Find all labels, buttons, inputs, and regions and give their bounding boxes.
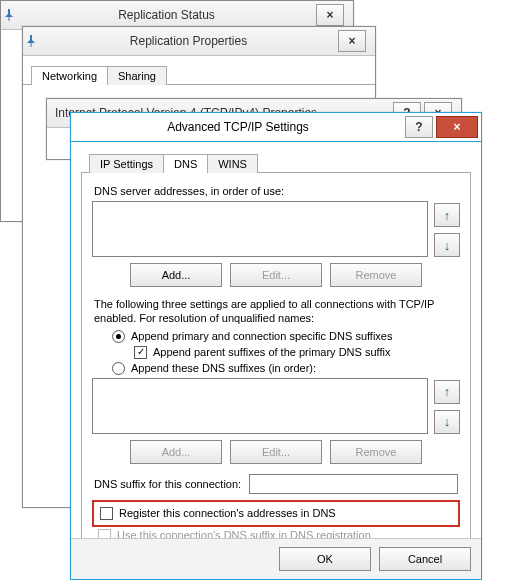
tab-wins[interactable]: WINS [207,154,258,173]
remove-suffix-button[interactable]: Remove [330,440,422,464]
move-up-button[interactable]: ↑ [434,203,460,227]
radio-append-these[interactable]: Append these DNS suffixes (in order): [112,362,460,375]
close-button[interactable]: × [316,4,344,26]
checkbox-register-dns-label: Register this connection's addresses in … [119,507,336,519]
edit-dns-server-button[interactable]: Edit... [230,263,322,287]
ok-button[interactable]: OK [279,547,371,571]
dns-servers-listbox[interactable] [92,201,428,257]
settings-description: The following three settings are applied… [94,297,458,326]
cancel-button[interactable]: Cancel [379,547,471,571]
add-dns-server-button[interactable]: Add... [130,263,222,287]
close-button[interactable]: × [338,30,366,52]
pin-icon[interactable] [23,35,39,47]
dns-servers-label: DNS server addresses, in order of use: [94,185,460,197]
tab-networking[interactable]: Networking [31,66,108,85]
add-suffix-button[interactable]: Add... [130,440,222,464]
move-down-button[interactable]: ↓ [434,233,460,257]
suffix-move-down-button[interactable]: ↓ [434,410,460,434]
highlighted-option: Register this connection's addresses in … [92,500,460,527]
tab-ip-settings[interactable]: IP Settings [89,154,164,173]
window-title: Replication Properties [39,34,338,48]
remove-dns-server-button[interactable]: Remove [330,263,422,287]
pin-icon[interactable] [1,9,17,21]
checkbox-append-parent-label: Append parent suffixes of the primary DN… [153,346,390,358]
window-title: Replication Status [17,8,316,22]
tab-sharing[interactable]: Sharing [107,66,167,85]
close-button[interactable]: × [436,116,478,138]
edit-suffix-button[interactable]: Edit... [230,440,322,464]
checkbox-register-dns[interactable]: Register this connection's addresses in … [100,507,454,520]
dns-suffixes-listbox[interactable] [92,378,428,434]
tab-dns[interactable]: DNS [163,154,208,173]
window-title: Advanced TCP/IP Settings [71,120,405,134]
suffix-move-up-button[interactable]: ↑ [434,380,460,404]
dns-suffix-input[interactable] [249,474,458,494]
radio-append-primary[interactable]: Append primary and connection specific D… [112,330,460,343]
radio-append-primary-label: Append primary and connection specific D… [131,330,393,342]
radio-append-these-label: Append these DNS suffixes (in order): [131,362,316,374]
checkbox-append-parent[interactable]: ✓ Append parent suffixes of the primary … [134,346,460,359]
help-button[interactable]: ? [405,116,433,138]
dns-suffix-label: DNS suffix for this connection: [94,478,241,490]
